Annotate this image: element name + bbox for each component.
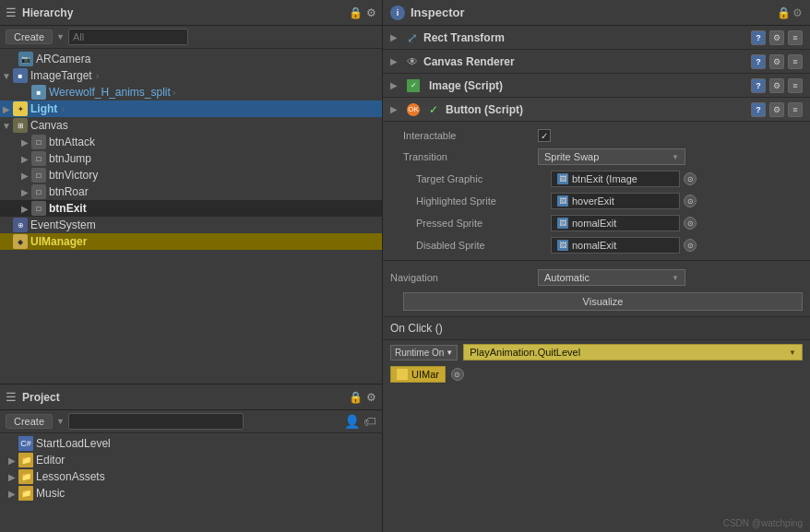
button-script-buttons: ? ⚙ ≡ <box>751 102 803 117</box>
target-graphic-field[interactable]: 🖼 btnExit (Image <box>551 171 680 187</box>
rect-transform-gear-btn[interactable]: ≡ <box>788 30 803 45</box>
project-header-actions: 🔒 ⚙ <box>349 391 376 404</box>
tree-item-btnattack[interactable]: □ btnAttack <box>0 134 382 150</box>
interactable-value: ✓ <box>538 129 803 142</box>
project-tree: C# StartLoadLevel 📁 Editor 📁 LessonAsset… <box>0 433 382 532</box>
btnvictory-arrow[interactable] <box>18 171 31 181</box>
onclick-obj-row: UIMar ⊙ <box>383 364 810 384</box>
project-item-editor[interactable]: 📁 Editor <box>0 452 382 468</box>
rect-transform-arrow: ▶ <box>390 32 401 42</box>
image-script-info-btn[interactable]: ? <box>751 78 766 93</box>
hierarchy-create-button[interactable]: Create <box>6 30 53 44</box>
pressed-sprite-field[interactable]: 🖼 nomalExit <box>551 215 680 231</box>
button-script-settings-btn[interactable]: ⚙ <box>769 102 784 117</box>
button-script-icon: OK <box>407 103 420 116</box>
rect-transform-component[interactable]: ▶ ⤢ Rect Transform ? ⚙ ≡ <box>383 26 810 50</box>
music-arrow[interactable] <box>6 489 18 499</box>
interactable-checkbox[interactable]: ✓ <box>538 129 551 142</box>
tree-item-btnexit[interactable]: □ btnExit <box>0 200 382 217</box>
rect-transform-info-btn[interactable]: ? <box>751 30 766 45</box>
lessonassets-arrow[interactable] <box>6 472 18 482</box>
onclick-obj-circle-btn[interactable]: ⊙ <box>451 368 464 381</box>
btnexit-arrow[interactable] <box>18 204 31 214</box>
hierarchy-menu-icon: ☰ <box>6 6 17 19</box>
pressed-sprite-circle-btn[interactable]: ⊙ <box>684 217 697 230</box>
editor-label: Editor <box>36 454 65 467</box>
target-graphic-circle-btn[interactable]: ⊙ <box>684 172 697 185</box>
pressed-sprite-icon: 🖼 <box>557 218 568 229</box>
tree-item-werewolf[interactable]: ■ Werewolf_H_anims_split › <box>0 84 382 100</box>
rect-transform-buttons: ? ⚙ ≡ <box>751 30 803 45</box>
disabled-sprite-field[interactable]: 🖼 nomalExit <box>551 237 680 254</box>
tree-item-imagetarget[interactable]: ■ ImageTarget › <box>0 67 382 84</box>
werewolf-label: Werewolf_H_anims_split <box>49 86 171 99</box>
highlighted-sprite-label: Highlighted Sprite <box>403 195 551 207</box>
image-script-gear-btn[interactable]: ≡ <box>788 78 803 93</box>
disabled-sprite-text: nomalExit <box>572 240 616 251</box>
disabled-sprite-label: Disabled Sprite <box>403 240 551 251</box>
btnjump-arrow[interactable] <box>18 154 31 164</box>
highlighted-sprite-field[interactable]: 🖼 hoverExit <box>551 193 680 209</box>
canvas-arrow[interactable] <box>0 121 13 131</box>
canvas-renderer-gear-btn[interactable]: ≡ <box>788 54 803 69</box>
project-search-input[interactable] <box>68 413 244 430</box>
runtime-dropdown[interactable]: Runtime On ▼ <box>390 345 458 361</box>
runtime-dropdown-text: Runtime On <box>395 348 444 358</box>
project-create-button[interactable]: Create <box>6 414 53 429</box>
inspector-body: ▶ ⤢ Rect Transform ? ⚙ ≡ ▶ 👁 Canvas Rend… <box>383 26 810 532</box>
transition-dropdown[interactable]: Sprite Swap ▼ <box>538 148 685 165</box>
imagetarget-arrow[interactable] <box>0 71 13 81</box>
tree-item-eventsystem[interactable]: ⊕ EventSystem <box>0 217 382 233</box>
navigation-dropdown[interactable]: Automatic ▼ <box>538 269 685 286</box>
project-lock-icon: 🔒 <box>349 391 363 404</box>
canvas-renderer-info-btn[interactable]: ? <box>751 54 766 69</box>
onclick-title: On Click () <box>390 322 443 335</box>
disabled-sprite-row: Disabled Sprite 🖼 nomalExit ⊙ <box>390 234 803 256</box>
highlighted-sprite-text: hoverExit <box>572 195 614 207</box>
pressed-sprite-row: Pressed Sprite 🖼 nomalExit ⊙ <box>390 212 803 234</box>
onclick-row: Runtime On ▼ PlayAnimation.QuitLevel ▼ <box>383 340 810 364</box>
project-item-startloadlevel[interactable]: C# StartLoadLevel <box>0 435 382 452</box>
image-script-component[interactable]: ▶ ✓ Image (Script) ? ⚙ ≡ <box>383 74 810 98</box>
highlighted-sprite-circle-btn[interactable]: ⊙ <box>684 195 697 207</box>
light-arrow[interactable] <box>0 104 13 114</box>
editor-arrow[interactable] <box>6 455 18 466</box>
project-item-lessonassets[interactable]: 📁 LessonAssets <box>0 468 382 485</box>
tree-item-uimanager[interactable]: ◆ UIManager <box>0 233 382 250</box>
button-script-component[interactable]: ▶ OK ✓ Button (Script) ? ⚙ ≡ <box>383 98 810 122</box>
tree-item-light[interactable]: ✦ Light › <box>0 100 382 117</box>
hierarchy-tree: 📷 ARCamera ■ ImageTarget › ■ Werewolf_H_… <box>0 49 382 384</box>
project-item-music[interactable]: 📁 Music <box>0 485 382 502</box>
inspector-header-actions: 🔒 ⚙ <box>777 6 803 19</box>
imagetarget-label: ImageTarget <box>30 69 92 82</box>
tree-item-arcamera[interactable]: 📷 ARCamera <box>0 51 382 67</box>
visualize-button[interactable]: Visualize <box>403 292 803 311</box>
disabled-sprite-icon: 🖼 <box>557 240 568 251</box>
button-script-gear-btn[interactable]: ≡ <box>788 102 803 117</box>
canvas-renderer-settings-btn[interactable]: ⚙ <box>769 54 784 69</box>
tree-item-canvas[interactable]: ⊞ Canvas <box>0 117 382 134</box>
onclick-obj-field[interactable]: UIMar <box>390 366 446 383</box>
interactable-label: Interactable <box>390 130 538 141</box>
btnattack-arrow[interactable] <box>18 137 31 148</box>
image-script-settings-btn[interactable]: ⚙ <box>769 78 784 93</box>
canvas-renderer-component[interactable]: ▶ 👁 Canvas Renderer ? ⚙ ≡ <box>383 50 810 74</box>
tree-item-btnjump[interactable]: □ btnJump <box>0 150 382 167</box>
werewolf-right: › <box>173 87 176 98</box>
hierarchy-title: Hierarchy <box>22 6 73 19</box>
inspector-panel: i Inspector 🔒 ⚙ ▶ ⤢ Rect Transform ? ⚙ ≡ <box>383 0 810 532</box>
btnroar-arrow[interactable] <box>18 187 31 197</box>
btnexit-label: btnExit <box>49 202 87 215</box>
button-script-check: ✓ <box>429 103 438 116</box>
hierarchy-search-input[interactable] <box>68 29 188 45</box>
inspector-info-icon: i <box>390 6 405 20</box>
rect-transform-settings-btn[interactable]: ⚙ <box>769 30 784 45</box>
project-header: ☰ Project 🔒 ⚙ <box>0 384 382 410</box>
tree-item-btnvictory[interactable]: □ btnVictory <box>0 167 382 183</box>
function-dropdown[interactable]: PlayAnimation.QuitLevel ▼ <box>463 344 803 361</box>
button-script-info-btn[interactable]: ? <box>751 102 766 117</box>
navigation-dropdown-text: Automatic <box>544 272 590 283</box>
tree-item-btnroar[interactable]: □ btnRoar <box>0 183 382 200</box>
target-graphic-icon: 🖼 <box>557 173 568 184</box>
disabled-sprite-circle-btn[interactable]: ⊙ <box>684 239 697 252</box>
